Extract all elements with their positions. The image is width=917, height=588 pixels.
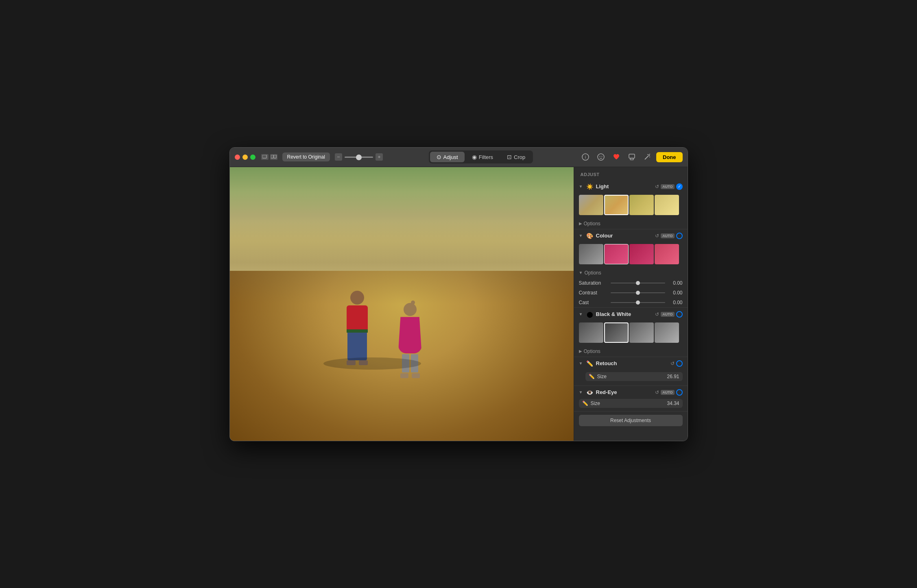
redeye-revert-icon[interactable]: ↺ [655, 390, 659, 395]
colour-options-chevron-icon: ▼ [579, 270, 583, 275]
colour-thumb-2[interactable] [604, 244, 629, 264]
colour-revert-icon[interactable]: ↺ [655, 233, 659, 239]
fullscreen-button[interactable] [250, 155, 255, 160]
colour-options-row[interactable]: ▼ Options [574, 268, 688, 278]
zoom-slider[interactable] [345, 157, 373, 158]
photo-shadow [323, 357, 421, 370]
bw-icon: ⬤ [586, 311, 594, 318]
bw-section: ▼ ⬤ Black & White ↺ AUTO ▶ [574, 308, 688, 357]
saturation-row: Saturation 0.00 [574, 278, 688, 288]
colour-section: ▼ 🎨 Colour ↺ AUTO ▼ [574, 229, 688, 308]
light-section-header[interactable]: ▼ ☀️ Light ↺ AUTO ✓ [574, 180, 688, 193]
colour-thumb-1[interactable] [579, 244, 603, 264]
colour-thumb-4[interactable] [655, 244, 679, 264]
bw-section-header[interactable]: ▼ ⬤ Black & White ↺ AUTO [574, 308, 688, 321]
filters-icon: ◉ [472, 154, 477, 160]
tab-adjust[interactable]: ⊙ Adjust [430, 152, 465, 162]
cast-thumb[interactable] [636, 301, 640, 305]
magic-wand-button[interactable] [641, 151, 654, 163]
redeye-size-value: 34.34 [667, 401, 679, 406]
saturation-slider[interactable] [611, 283, 665, 283]
redeye-section-header[interactable]: ▼ 👁️ Red-Eye ↺ AUTO [574, 386, 688, 399]
redeye-title: Red-Eye [596, 389, 653, 395]
single-window-icon[interactable] [261, 154, 269, 160]
zoom-control [335, 153, 383, 161]
colour-auto-badge: AUTO [661, 233, 674, 238]
info-button[interactable]: i [579, 151, 592, 163]
redeye-pencil-icon: ✏️ [582, 401, 588, 406]
colour-enabled-icon[interactable] [676, 233, 683, 239]
titlebar: Revert to Original ⊙ Adjust ◉ [230, 148, 688, 167]
done-button[interactable]: Done [656, 152, 683, 162]
cast-slider[interactable] [611, 302, 665, 303]
bw-options-chevron-icon: ▶ [579, 349, 582, 353]
saturation-thumb[interactable] [636, 281, 640, 285]
retouch-title: Retouch [596, 360, 668, 366]
bw-revert-icon[interactable]: ↺ [655, 311, 659, 317]
retouch-pencil-icon: ✏️ [589, 374, 595, 379]
redeye-size-row: ✏️ Size 34.34 [579, 399, 683, 408]
svg-rect-1 [271, 155, 273, 158]
bw-options-row[interactable]: ▶ Options [574, 346, 688, 357]
light-revert-icon[interactable]: ↺ [655, 184, 659, 189]
photo-area [230, 167, 574, 441]
bw-thumb-1[interactable] [579, 322, 603, 343]
bw-enabled-icon[interactable] [676, 311, 683, 318]
retouch-revert-icon[interactable]: ↺ [670, 361, 675, 366]
contrast-slider[interactable] [611, 292, 665, 293]
colour-chevron-icon: ▼ [579, 233, 584, 238]
redeye-enabled-icon[interactable] [676, 389, 683, 396]
colour-thumb-3[interactable] [629, 244, 654, 264]
svg-rect-2 [274, 155, 276, 158]
retouch-enabled-icon[interactable] [676, 360, 683, 367]
bw-thumb-3[interactable] [629, 322, 654, 343]
colour-options-label: Options [584, 270, 601, 276]
crop-icon: ⊡ [507, 154, 512, 160]
reset-adjustments-button[interactable]: Reset Adjustments [579, 415, 683, 426]
sidebar: ADJUST ▼ ☀️ Light ↺ AUTO ✓ [574, 167, 688, 441]
contrast-thumb[interactable] [636, 291, 640, 295]
light-options-chevron-icon: ▶ [579, 221, 582, 226]
zoom-out-icon[interactable] [335, 153, 342, 161]
light-enabled-icon[interactable]: ✓ [676, 183, 683, 190]
light-thumb-2[interactable] [604, 195, 629, 215]
zoom-slider-thumb[interactable] [356, 155, 362, 160]
redeye-auto-badge: AUTO [661, 390, 674, 395]
zoom-in-icon[interactable] [376, 153, 383, 161]
redeye-size-label: Size [591, 401, 665, 406]
redeye-chevron-icon: ▼ [579, 390, 584, 394]
light-thumb-1[interactable] [579, 195, 603, 215]
split-window-icon[interactable] [270, 154, 277, 160]
redeye-section: ▼ 👁️ Red-Eye ↺ AUTO ✏️ Size 34.34 [574, 386, 688, 412]
bw-thumb-2[interactable] [604, 322, 629, 343]
minimize-button[interactable] [242, 155, 248, 160]
toolbar-tabs: ⊙ Adjust ◉ Filters ⊡ Crop [429, 150, 533, 163]
close-button[interactable] [235, 155, 240, 160]
revert-button[interactable]: Revert to Original [282, 152, 330, 161]
tab-crop[interactable]: ⊡ Crop [500, 152, 532, 162]
saturation-value: 0.00 [668, 280, 683, 286]
traffic-lights [235, 155, 255, 160]
main-content: ADJUST ▼ ☀️ Light ↺ AUTO ✓ [230, 167, 688, 441]
tab-filters[interactable]: ◉ Filters [465, 152, 500, 162]
light-thumb-4[interactable] [655, 195, 679, 215]
retouch-size-label: Size [597, 374, 665, 379]
colour-controls: ↺ AUTO [655, 233, 682, 239]
bw-options-label: Options [584, 348, 600, 354]
cast-label: Cast [579, 300, 607, 305]
contrast-row: Contrast 0.00 [574, 288, 688, 298]
bw-thumb-4[interactable] [655, 322, 679, 343]
main-window: Revert to Original ⊙ Adjust ◉ [229, 147, 688, 441]
svg-rect-3 [337, 157, 340, 157]
colour-section-header[interactable]: ▼ 🎨 Colour ↺ AUTO [574, 229, 688, 242]
emoji-button[interactable] [594, 151, 607, 163]
retouch-section-header[interactable]: ▼ ✏️ Retouch ↺ [574, 357, 688, 370]
toolbar-right: i [579, 151, 683, 163]
bw-auto-badge: AUTO [661, 312, 674, 317]
adjust-icon: ⊙ [437, 154, 441, 160]
svg-line-14 [648, 155, 650, 156]
share-button[interactable] [625, 151, 638, 163]
light-thumb-3[interactable] [629, 195, 654, 215]
favorite-button[interactable] [610, 151, 623, 163]
light-options-row[interactable]: ▶ Options [574, 218, 688, 229]
